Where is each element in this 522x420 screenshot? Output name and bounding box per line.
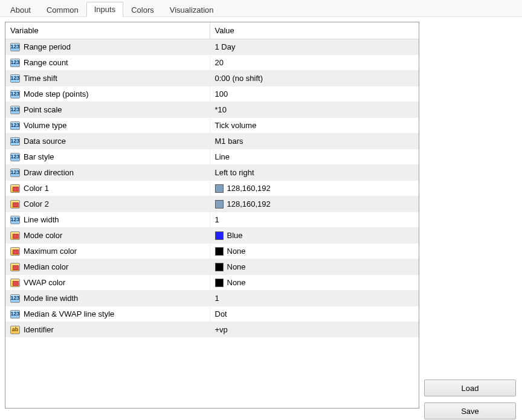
variable-value[interactable]: 128,160,192 (227, 184, 271, 193)
variable-value[interactable]: 100 (215, 89, 228, 99)
color-swatch (215, 263, 224, 271)
number-type-icon: 123 (10, 137, 20, 146)
variable-name: Median color (24, 262, 68, 271)
tab-inputs[interactable]: Inputs (86, 2, 123, 17)
variable-name: Line width (24, 215, 59, 224)
variable-value[interactable]: 128,160,192 (227, 199, 271, 208)
number-type-icon: 123 (10, 90, 20, 99)
number-type-icon: 123 (10, 59, 20, 67)
table-row[interactable]: 123Median & VWAP line styleDot (5, 306, 419, 322)
color-swatch (215, 231, 224, 240)
table-row[interactable]: 123Time shift0:00 (no shift) (5, 71, 419, 86)
table-row[interactable]: 123Bar styleLine (5, 149, 419, 165)
variable-name: Range period (24, 42, 71, 51)
variable-name: Draw direction (24, 168, 74, 177)
variable-name: Data source (24, 137, 66, 146)
variable-value[interactable]: Blue (227, 231, 243, 240)
table-row[interactable]: 123Range period1 Day (5, 39, 419, 55)
variable-name: Mode line width (24, 294, 78, 303)
variable-value[interactable]: 0:00 (no shift) (215, 74, 263, 83)
variable-name: VWAP color (24, 278, 65, 287)
number-type-icon: 123 (10, 153, 20, 161)
variable-value[interactable]: None (227, 262, 246, 271)
color-type-icon (10, 231, 20, 240)
variable-value[interactable]: None (227, 278, 246, 287)
variable-value[interactable]: None (227, 247, 246, 256)
color-type-icon (10, 184, 20, 193)
number-type-icon: 123 (10, 121, 20, 130)
variable-value[interactable]: M1 bars (215, 137, 243, 146)
variable-name: Range count (24, 58, 68, 67)
table-row[interactable]: Color 2128,160,192 (5, 196, 419, 212)
variable-name: Time shift (24, 74, 57, 83)
variable-value[interactable]: 1 Day (215, 42, 236, 51)
number-type-icon: 123 (10, 310, 20, 318)
inputs-table-container: Variable Value 123Range period1 Day123Ra… (5, 22, 419, 409)
table-row[interactable]: Mode colorBlue (5, 228, 419, 244)
table-row[interactable]: 123Point scale*10 (5, 102, 419, 118)
color-swatch (215, 247, 224, 256)
variable-value[interactable]: Dot (215, 309, 227, 318)
variable-value[interactable]: Left to right (215, 168, 254, 177)
table-row[interactable]: Median colorNone (5, 259, 419, 275)
color-type-icon (10, 247, 20, 256)
variable-name: Median & VWAP line style (24, 309, 114, 318)
tab-visualization[interactable]: Visualization (162, 2, 222, 17)
table-row[interactable]: 123Draw directionLeft to right (5, 165, 419, 181)
color-swatch (215, 279, 224, 287)
color-type-icon (10, 200, 20, 208)
tab-common[interactable]: Common (39, 2, 86, 17)
variable-value[interactable]: 1 (215, 294, 219, 303)
save-button[interactable]: Save (424, 402, 516, 419)
color-swatch (215, 184, 224, 193)
button-column: Load Save (424, 22, 516, 419)
variable-value[interactable]: +vp (215, 325, 228, 334)
variable-name: Point scale (24, 105, 62, 114)
load-button[interactable]: Load (424, 380, 516, 396)
table-row[interactable]: VWAP colorNone (5, 275, 419, 291)
color-type-icon (10, 279, 20, 287)
variable-name: Bar style (24, 152, 54, 161)
inputs-table: Variable Value 123Range period1 Day123Ra… (5, 22, 419, 337)
variable-name: Color 2 (24, 199, 49, 208)
tab-about[interactable]: About (2, 2, 39, 17)
table-row[interactable]: Maximum colorNone (5, 244, 419, 259)
variable-name: Identifier (24, 325, 54, 334)
number-type-icon: 123 (10, 43, 20, 51)
table-row[interactable]: 123Mode step (points)100 (5, 86, 419, 102)
variable-value[interactable]: 20 (215, 58, 224, 67)
table-row[interactable]: 123Mode line width1 (5, 291, 419, 306)
column-header-variable[interactable]: Variable (5, 22, 210, 39)
number-type-icon: 123 (10, 106, 20, 114)
string-type-icon: ab (10, 326, 20, 334)
number-type-icon: 123 (10, 74, 20, 83)
variable-name: Maximum color (24, 247, 77, 256)
tab-bar: AboutCommonInputsColorsVisualization (0, 0, 522, 17)
variable-name: Mode step (points) (24, 89, 89, 99)
color-type-icon (10, 263, 20, 271)
variable-value[interactable]: *10 (215, 105, 227, 114)
tab-colors[interactable]: Colors (123, 2, 162, 17)
column-header-value[interactable]: Value (210, 22, 419, 39)
variable-name: Volume type (24, 121, 67, 130)
variable-value[interactable]: 1 (215, 215, 219, 224)
number-type-icon: 123 (10, 216, 20, 224)
number-type-icon: 123 (10, 169, 20, 177)
table-row[interactable]: abIdentifier+vp (5, 322, 419, 338)
color-swatch (215, 200, 224, 208)
variable-name: Color 1 (24, 184, 49, 193)
table-row[interactable]: 123Line width1 (5, 212, 419, 228)
table-row[interactable]: Color 1128,160,192 (5, 181, 419, 196)
table-row[interactable]: 123Range count20 (5, 55, 419, 71)
table-row[interactable]: 123Data sourceM1 bars (5, 134, 419, 149)
number-type-icon: 123 (10, 294, 20, 303)
variable-value[interactable]: Line (215, 152, 230, 161)
table-row[interactable]: 123Volume typeTick volume (5, 118, 419, 134)
variable-value[interactable]: Tick volume (215, 121, 257, 130)
variable-name: Mode color (24, 231, 62, 240)
